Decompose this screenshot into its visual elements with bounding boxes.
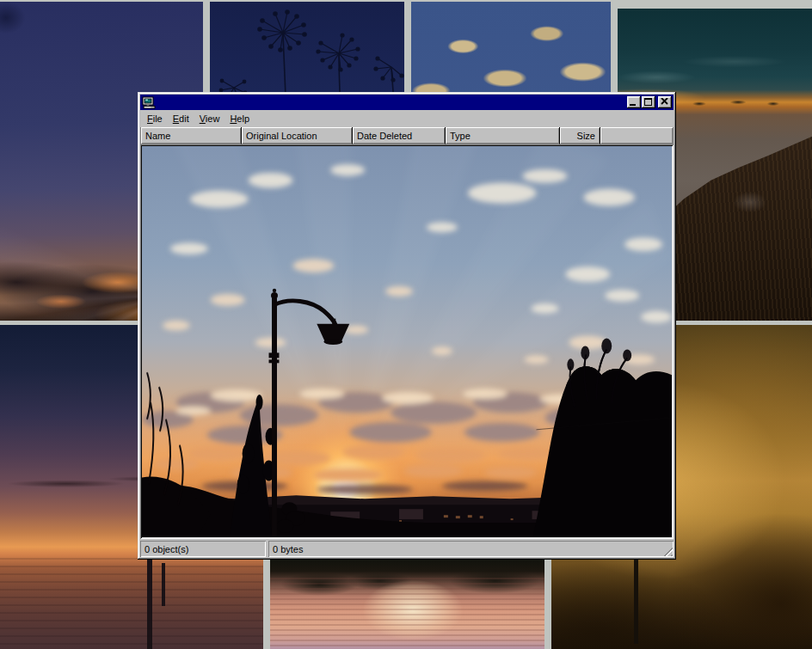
content-photo-sunset-lamp [142, 146, 672, 537]
computer-icon [142, 96, 156, 109]
menu-item-edit[interactable]: Edit [168, 112, 194, 126]
menu-bar: FileEditViewHelp [140, 110, 674, 127]
lamp-pole-silhouette [634, 558, 638, 644]
minimize-icon [630, 104, 636, 106]
window-controls [627, 96, 672, 108]
close-button[interactable] [658, 96, 672, 108]
folder-content-area[interactable] [140, 144, 674, 539]
maximize-button[interactable] [642, 96, 655, 108]
column-header-original-location[interactable]: Original Location [242, 127, 353, 144]
resize-grip[interactable] [661, 545, 673, 556]
column-header-spacer[interactable] [600, 127, 673, 144]
status-bytes: 0 bytes [268, 541, 674, 557]
status-objects-text: 0 object(s) [145, 544, 188, 554]
column-header-type[interactable]: Type [446, 127, 560, 144]
column-header-date-deleted[interactable]: Date Deleted [353, 127, 446, 144]
minimize-button[interactable] [627, 96, 641, 108]
status-objects: 0 object(s) [140, 541, 266, 557]
maximize-icon [644, 98, 652, 106]
column-header-name[interactable]: Name [141, 127, 242, 144]
status-bytes-text: 0 bytes [273, 544, 303, 554]
column-header-size[interactable]: Size [560, 127, 600, 144]
menu-item-file[interactable]: File [142, 112, 168, 126]
title-bar[interactable] [140, 95, 674, 110]
menu-item-view[interactable]: View [194, 112, 225, 126]
recycle-bin-window: FileEditViewHelp NameOriginal LocationDa… [138, 92, 676, 560]
column-headers: NameOriginal LocationDate DeletedTypeSiz… [140, 127, 674, 144]
sea-pole-silhouette [147, 555, 152, 649]
menu-item-help[interactable]: Help [225, 112, 255, 126]
sea-pole-silhouette [162, 563, 165, 606]
close-icon [661, 98, 668, 105]
status-bar: 0 object(s) 0 bytes [140, 541, 674, 557]
